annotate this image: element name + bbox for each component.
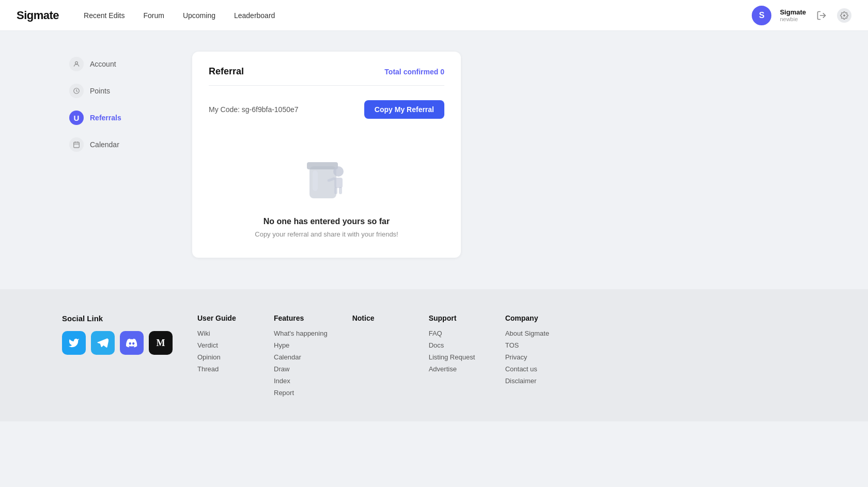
user-info: Sigmate newbie (780, 8, 806, 22)
features-title: Features (274, 314, 328, 322)
svg-rect-15 (339, 187, 342, 194)
medium-button[interactable]: M (149, 331, 173, 355)
telegram-button[interactable] (91, 331, 115, 355)
referral-code: My Code: sg-6f9bfa-1050e7 (209, 105, 299, 114)
svg-rect-10 (313, 170, 318, 191)
footer-link-report[interactable]: Report (274, 389, 328, 397)
footer-link-tos[interactable]: TOS (505, 341, 557, 349)
footer-link-draw[interactable]: Draw (274, 365, 328, 373)
referral-title: Referral (209, 66, 244, 77)
main-content: Account Points U Referrals Calendar Refe… (0, 31, 868, 279)
referrals-icon: U (69, 111, 84, 125)
nav-forum[interactable]: Forum (143, 9, 164, 22)
social-icons: M (62, 331, 173, 355)
empty-illustration (298, 150, 355, 207)
svg-rect-4 (74, 142, 80, 148)
notice-title: Notice (352, 314, 404, 322)
total-confirmed: Total confirmed 0 (384, 68, 444, 76)
account-icon (69, 57, 84, 71)
sidebar-item-calendar[interactable]: Calendar (62, 132, 176, 157)
footer-link-wiki[interactable]: Wiki (197, 329, 249, 337)
header: Sigmate Recent Edits Forum Upcoming Lead… (0, 0, 868, 31)
footer-link-whats-happening[interactable]: What's happening (274, 329, 328, 337)
footer-features: Features What's happening Hype Calendar … (274, 314, 328, 401)
svg-point-2 (75, 61, 78, 64)
footer-notice: Notice (352, 314, 404, 401)
user-name: Sigmate (780, 8, 806, 16)
footer-link-hype[interactable]: Hype (274, 341, 328, 349)
footer-user-guide: User Guide Wiki Verdict Opinion Thread (197, 314, 249, 401)
footer-link-about[interactable]: About Sigmate (505, 329, 557, 337)
sidebar-account-label: Account (90, 60, 116, 68)
sidebar-item-account[interactable]: Account (62, 52, 176, 76)
company-title: Company (505, 314, 557, 322)
nav-recent-edits[interactable]: Recent Edits (84, 9, 125, 22)
footer-link-advertise[interactable]: Advertise (429, 365, 481, 373)
footer-company: Company About Sigmate TOS Privacy Contac… (505, 314, 557, 401)
discord-button[interactable] (120, 331, 144, 355)
footer-link-thread[interactable]: Thread (197, 365, 249, 373)
logo[interactable]: Sigmate (17, 9, 59, 22)
footer-link-listing-request[interactable]: Listing Request (429, 353, 481, 361)
footer-link-calendar[interactable]: Calendar (274, 353, 328, 361)
calendar-icon (69, 137, 84, 152)
svg-rect-9 (307, 162, 338, 169)
footer-link-faq[interactable]: FAQ (429, 329, 481, 337)
referral-header: Referral Total confirmed 0 (209, 66, 444, 86)
points-icon (69, 84, 84, 98)
sidebar-points-label: Points (90, 87, 110, 95)
settings-icon[interactable] (837, 8, 851, 23)
footer-link-opinion[interactable]: Opinion (197, 353, 249, 361)
sidebar: Account Points U Referrals Calendar (62, 52, 176, 258)
user-guide-title: User Guide (197, 314, 249, 322)
referral-code-row: My Code: sg-6f9bfa-1050e7 Copy My Referr… (209, 100, 444, 119)
support-title: Support (429, 314, 481, 322)
twitter-button[interactable] (62, 331, 86, 355)
nav: Recent Edits Forum Upcoming Leaderboard (84, 9, 752, 22)
svg-point-1 (843, 14, 845, 17)
social-section: Social Link M (62, 314, 173, 401)
svg-point-11 (333, 166, 344, 177)
svg-rect-12 (334, 178, 343, 188)
social-title: Social Link (62, 314, 173, 323)
footer-link-verdict[interactable]: Verdict (197, 341, 249, 349)
sidebar-item-referrals[interactable]: U Referrals (62, 105, 176, 130)
avatar[interactable]: S (752, 6, 771, 25)
footer: Social Link M User Guide Wiki Verdict Op… (0, 289, 868, 421)
logout-icon[interactable] (814, 8, 829, 23)
header-right: S Sigmate newbie (752, 6, 851, 25)
user-role: newbie (780, 16, 806, 22)
referral-content: Referral Total confirmed 0 My Code: sg-6… (192, 52, 461, 258)
footer-link-privacy[interactable]: Privacy (505, 353, 557, 361)
footer-link-index[interactable]: Index (274, 377, 328, 385)
copy-referral-button[interactable]: Copy My Referral (364, 100, 444, 119)
footer-support: Support FAQ Docs Listing Request Adverti… (429, 314, 481, 401)
sidebar-referrals-label: Referrals (90, 114, 121, 122)
sidebar-item-points[interactable]: Points (62, 78, 176, 103)
footer-link-disclaimer[interactable]: Disclaimer (505, 377, 557, 385)
nav-leaderboard[interactable]: Leaderboard (234, 9, 275, 22)
svg-rect-14 (334, 187, 337, 194)
empty-state: No one has entered yours so far Copy you… (209, 139, 444, 243)
empty-sub: Copy your referral and share it with you… (255, 230, 398, 238)
referral-card: Referral Total confirmed 0 My Code: sg-6… (192, 52, 461, 258)
total-count: 0 (440, 68, 444, 76)
footer-link-docs[interactable]: Docs (429, 341, 481, 349)
empty-title: No one has entered yours so far (264, 217, 390, 226)
sidebar-calendar-label: Calendar (90, 140, 119, 149)
footer-grid: Social Link M User Guide Wiki Verdict Op… (62, 314, 806, 401)
nav-upcoming[interactable]: Upcoming (183, 9, 215, 22)
footer-link-contact[interactable]: Contact us (505, 365, 557, 373)
